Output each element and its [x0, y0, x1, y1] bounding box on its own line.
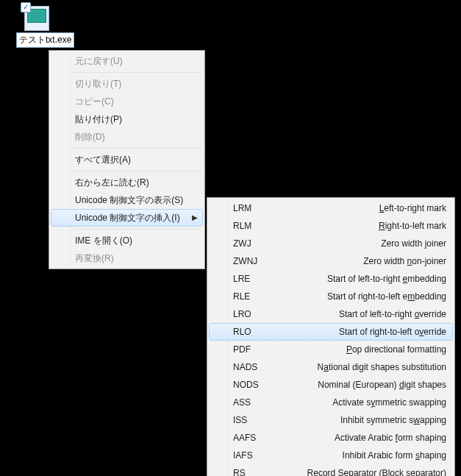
menu-item[interactable]: 右から左に読む(R) — [51, 174, 203, 191]
unicode-char-abbr: ZWJ — [233, 238, 265, 249]
unicode-char-abbr: RLM — [233, 220, 265, 232]
unicode-char-abbr: ASS — [233, 397, 265, 408]
menu-item-label: コピー(C) — [75, 96, 114, 107]
menu-separator — [73, 72, 201, 73]
unicode-char-desc: Zero width joiner — [274, 238, 446, 249]
unicode-submenu[interactable]: LRMLeft-to-right markRLMRight-to-left ma… — [207, 197, 455, 476]
unicode-char-desc: Activate Arabic form shaping — [274, 432, 446, 444]
file-icon — [24, 6, 49, 31]
menu-item-label: 再変換(R) — [75, 253, 114, 263]
submenu-item[interactable]: ZWNJZero width non-joiner — [209, 252, 453, 270]
unicode-char-abbr: AAFS — [233, 432, 265, 444]
filename-edit[interactable]: テストtxt.exe — [16, 32, 74, 48]
menu-item-label: Unicode 制御文字の表示(S) — [75, 195, 183, 205]
menu-item-label: 右から左に読む(R) — [75, 177, 149, 188]
submenu-item[interactable]: ISSInhibit symmetric swapping — [209, 411, 453, 429]
menu-item: 削除(D) — [51, 128, 203, 146]
submenu-item[interactable]: RSRecord Separator (Block separator) — [209, 464, 453, 476]
submenu-item[interactable]: LROStart of left-to-right override — [209, 305, 453, 323]
unicode-char-abbr: LRE — [233, 273, 265, 285]
unicode-char-abbr: RS — [233, 467, 265, 476]
unicode-char-desc: National digit shapes substitution — [274, 361, 446, 373]
menu-item-label: IME を開く(O) — [75, 235, 132, 246]
submenu-item[interactable]: ZWJZero width joiner — [209, 235, 453, 252]
menu-item-label: 切り取り(T) — [75, 79, 121, 89]
menu-item[interactable]: 貼り付け(P) — [51, 110, 203, 128]
menu-item-label: 貼り付け(P) — [75, 114, 122, 124]
submenu-item[interactable]: IAFSInhibit Arabic form shaping — [209, 447, 453, 464]
unicode-char-desc: Inhibit Arabic form shaping — [274, 450, 446, 461]
desktop-icon[interactable]: テストtxt.exe — [16, 6, 57, 48]
menu-separator — [73, 229, 201, 230]
unicode-char-desc: Inhibit symmetric swapping — [274, 414, 446, 426]
menu-separator — [73, 148, 201, 149]
submenu-item[interactable]: RLMRight-to-left mark — [209, 217, 453, 235]
menu-item: コピー(C) — [51, 93, 203, 110]
unicode-char-desc: Nominal (European) digit shapes — [274, 379, 446, 391]
unicode-char-desc: Record Separator (Block separator) — [274, 467, 446, 476]
menu-item-label: Unicode 制御文字の挿入(I) — [75, 213, 180, 223]
submenu-item[interactable]: PDFPop directional formatting — [209, 341, 453, 358]
menu-item: 元に戻す(U) — [51, 52, 203, 70]
submenu-item[interactable]: AAFSActivate Arabic form shaping — [209, 429, 453, 447]
context-menu[interactable]: 元に戻す(U)切り取り(T)コピー(C)貼り付け(P)削除(D)すべて選択(A)… — [49, 50, 205, 269]
menu-item[interactable]: すべて選択(A) — [51, 151, 203, 168]
unicode-char-desc: Start of left-to-right override — [274, 308, 446, 320]
menu-separator — [73, 171, 201, 171]
unicode-char-desc: Right-to-left mark — [274, 220, 446, 232]
unicode-char-abbr: LRO — [233, 308, 265, 320]
unicode-char-abbr: PDF — [233, 344, 265, 355]
unicode-char-abbr: RLE — [233, 291, 265, 302]
menu-item[interactable]: Unicode 制御文字の表示(S) — [51, 191, 203, 209]
unicode-char-abbr: ISS — [233, 414, 265, 426]
submenu-arrow-icon: ▶ — [192, 212, 198, 224]
submenu-item[interactable]: LREStart of left-to-right embedding — [209, 270, 453, 288]
menu-item-label: 削除(D) — [75, 132, 105, 142]
unicode-char-desc: Start of right-to-left override — [274, 326, 446, 338]
unicode-char-desc: Start of right-to-left embedding — [274, 291, 446, 302]
submenu-item[interactable]: RLOStart of right-to-left override — [209, 323, 453, 341]
submenu-item[interactable]: NADSNational digit shapes substitution — [209, 358, 453, 376]
submenu-item[interactable]: ASSActivate symmetric swapping — [209, 394, 453, 411]
menu-item-label: 元に戻す(U) — [75, 56, 123, 66]
unicode-char-desc: Activate symmetric swapping — [274, 397, 446, 408]
menu-item[interactable]: IME を開く(O) — [51, 232, 203, 249]
menu-item: 切り取り(T) — [51, 75, 203, 93]
unicode-char-abbr: ZWNJ — [233, 255, 265, 267]
menu-item-label: すべて選択(A) — [75, 154, 131, 165]
unicode-char-desc: Start of left-to-right embedding — [274, 273, 446, 285]
menu-item: 再変換(R) — [51, 249, 203, 267]
unicode-char-abbr: NODS — [233, 379, 265, 391]
unicode-char-abbr: RLO — [233, 326, 265, 338]
unicode-char-abbr: NADS — [233, 361, 265, 373]
submenu-item[interactable]: NODSNominal (European) digit shapes — [209, 376, 453, 394]
unicode-char-abbr: LRM — [233, 202, 265, 214]
unicode-char-desc: Zero width non-joiner — [274, 255, 446, 267]
unicode-char-abbr: IAFS — [233, 450, 265, 461]
submenu-item[interactable]: LRMLeft-to-right mark — [209, 199, 453, 217]
unicode-char-desc: Left-to-right mark — [274, 202, 446, 214]
menu-item[interactable]: Unicode 制御文字の挿入(I)▶ — [51, 209, 203, 227]
submenu-item[interactable]: RLEStart of right-to-left embedding — [209, 288, 453, 305]
unicode-char-desc: Pop directional formatting — [274, 344, 446, 355]
